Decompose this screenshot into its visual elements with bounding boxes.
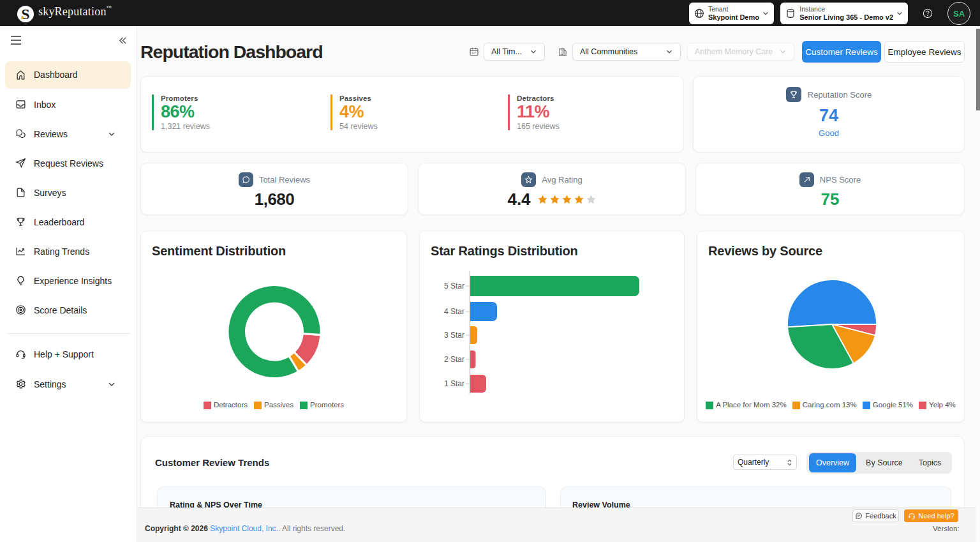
- svg-text:4 Star: 4 Star: [444, 307, 464, 316]
- svg-text:5 Star: 5 Star: [444, 282, 464, 290]
- svg-text:1 Star: 1 Star: [444, 379, 464, 388]
- svg-text:2 Star: 2 Star: [444, 355, 464, 364]
- svg-text:3 Star: 3 Star: [444, 331, 464, 340]
